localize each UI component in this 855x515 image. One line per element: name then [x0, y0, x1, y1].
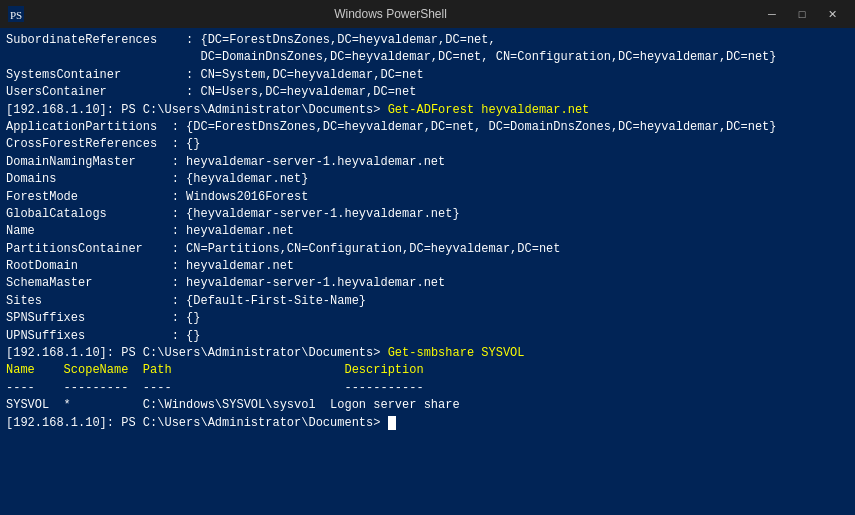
maximize-button[interactable]: □ [787, 0, 817, 28]
cursor-block [388, 416, 396, 430]
terminal-line: Domains : {heyvaldemar.net} [6, 171, 849, 188]
terminal-line: ForestMode : Windows2016Forest [6, 189, 849, 206]
terminal-line: [192.168.1.10]: PS C:\Users\Administrato… [6, 415, 849, 432]
terminal-line: RootDomain : heyvaldemar.net [6, 258, 849, 275]
svg-text:PS: PS [10, 9, 22, 21]
terminal-line: GlobalCatalogs : {heyvaldemar-server-1.h… [6, 206, 849, 223]
title-bar: PS Windows PowerShell ─ □ ✕ [0, 0, 855, 28]
window-title: Windows PowerShell [30, 7, 751, 21]
terminal-line: SPNSuffixes : {} [6, 310, 849, 327]
terminal-line: SYSVOL * C:\Windows\SYSVOL\sysvol Logon … [6, 397, 849, 414]
app-icon: PS [8, 6, 24, 22]
terminal-output: SubordinateReferences : {DC=ForestDnsZon… [0, 28, 855, 515]
terminal-line: SystemsContainer : CN=System,DC=heyvalde… [6, 67, 849, 84]
terminal-line: UsersContainer : CN=Users,DC=heyvaldemar… [6, 84, 849, 101]
terminal-line: [192.168.1.10]: PS C:\Users\Administrato… [6, 102, 849, 119]
terminal-line: Sites : {Default-First-Site-Name} [6, 293, 849, 310]
close-button[interactable]: ✕ [817, 0, 847, 28]
terminal-line: Name : heyvaldemar.net [6, 223, 849, 240]
terminal-line: DC=DomainDnsZones,DC=heyvaldemar,DC=net,… [6, 49, 849, 66]
terminal-line: Name ScopeName Path Description [6, 362, 849, 379]
terminal-line: UPNSuffixes : {} [6, 328, 849, 345]
terminal-line: PartitionsContainer : CN=Partitions,CN=C… [6, 241, 849, 258]
window-controls: ─ □ ✕ [757, 0, 847, 28]
terminal-line: ---- --------- ---- ----------- [6, 380, 849, 397]
terminal-line: [192.168.1.10]: PS C:\Users\Administrato… [6, 345, 849, 362]
terminal-line: DomainNamingMaster : heyvaldemar-server-… [6, 154, 849, 171]
terminal-line: CrossForestReferences : {} [6, 136, 849, 153]
minimize-button[interactable]: ─ [757, 0, 787, 28]
terminal-line: ApplicationPartitions : {DC=ForestDnsZon… [6, 119, 849, 136]
terminal-line: SubordinateReferences : {DC=ForestDnsZon… [6, 32, 849, 49]
terminal-line: SchemaMaster : heyvaldemar-server-1.heyv… [6, 275, 849, 292]
